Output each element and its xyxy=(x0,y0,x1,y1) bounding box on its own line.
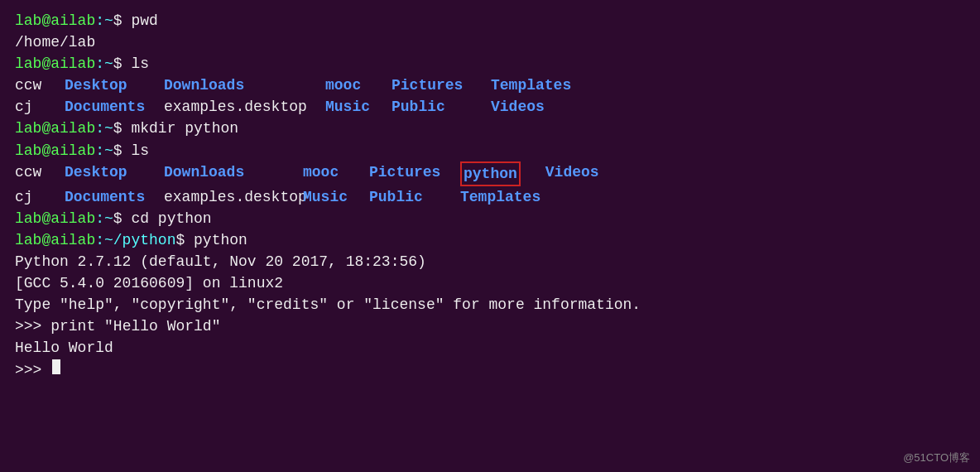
prompt-user: lab@ailab xyxy=(15,229,95,251)
ls-item: Downloads xyxy=(164,161,303,186)
prompt-dir: :~ xyxy=(95,10,113,31)
output-text: /home/lab xyxy=(15,31,95,53)
prompt-dir: :~/python xyxy=(95,229,175,251)
repl-prompt-cursor: >>> xyxy=(15,359,965,381)
prompt-dir: :~ xyxy=(95,140,113,161)
prompt-symbol: $ xyxy=(113,53,132,75)
prompt-symbol: $ xyxy=(113,140,132,161)
command-text: ls xyxy=(131,53,149,75)
output-text: [GCC 5.4.0 20160609] on linux2 xyxy=(15,272,283,294)
prompt-dir: :~ xyxy=(95,53,113,75)
ls-item: Videos xyxy=(491,96,598,118)
terminal-window[interactable]: lab@ailab:~$ pwd /home/lab lab@ailab:~$ … xyxy=(0,0,980,472)
ls-item: cj xyxy=(15,96,65,118)
ls-item: Documents xyxy=(65,186,164,208)
ls-item: mooc xyxy=(325,75,392,96)
command-text: python xyxy=(194,229,247,251)
spacer xyxy=(521,161,545,186)
python-version: Python 2.7.12 (default, Nov 20 2017, 18:… xyxy=(15,251,965,272)
ls-item: Documents xyxy=(65,96,164,118)
repl-output: Hello World xyxy=(15,337,965,359)
prompt-dir: :~ xyxy=(95,208,113,229)
python-help-msg: Type "help", "copyright", "credits" or "… xyxy=(15,294,965,315)
repl-cmd: print "Hello World" xyxy=(50,315,220,337)
ls-item: ccw xyxy=(15,161,65,186)
ls-item: Videos xyxy=(545,161,599,186)
ls-item: mooc xyxy=(303,161,369,186)
ls-item: Desktop xyxy=(65,75,164,96)
ls-item: Templates xyxy=(460,186,540,208)
terminal-line: lab@ailab:~/python$ python xyxy=(15,229,965,251)
prompt-dir: :~ xyxy=(95,118,113,139)
prompt-user: lab@ailab xyxy=(15,10,95,31)
ls-item: Music xyxy=(325,96,392,118)
ls-item: cj xyxy=(15,186,65,208)
ls2-output-row2: cj Documents examples.desktop Music Publ… xyxy=(15,186,965,208)
ls-item: examples.desktop xyxy=(164,96,325,118)
prompt-symbol: $ xyxy=(175,229,194,251)
python-gcc: [GCC 5.4.0 20160609] on linux2 xyxy=(15,272,965,294)
prompt-symbol: $ xyxy=(113,118,132,139)
terminal-output: /home/lab xyxy=(15,31,965,53)
terminal-line: lab@ailab:~$ ls xyxy=(15,53,965,75)
ls-item-python: python xyxy=(460,161,521,186)
repl-input: >>> print "Hello World" xyxy=(15,315,965,337)
ls-output-row2: cj Documents examples.desktop Music Publ… xyxy=(15,96,965,118)
prompt-symbol: $ xyxy=(113,208,132,229)
terminal-line: lab@ailab:~$ pwd xyxy=(15,10,965,31)
ls2-output-row1: ccw Desktop Downloads mooc Pictures pyth… xyxy=(15,161,965,186)
command-text: ls xyxy=(131,140,149,161)
ls-item: ccw xyxy=(15,75,65,96)
prompt-user: lab@ailab xyxy=(15,118,95,139)
ls-item: Pictures xyxy=(369,161,460,186)
command-text: cd python xyxy=(131,208,211,229)
terminal-line: lab@ailab:~$ ls xyxy=(15,140,965,161)
prompt-user: lab@ailab xyxy=(15,208,95,229)
repl-prompt: >>> xyxy=(15,359,50,381)
prompt-user: lab@ailab xyxy=(15,140,95,161)
ls-output-row1: ccw Desktop Downloads mooc Pictures Temp… xyxy=(15,75,965,96)
prompt-user: lab@ailab xyxy=(15,53,95,75)
ls-item: Public xyxy=(369,186,460,208)
output-text: Python 2.7.12 (default, Nov 20 2017, 18:… xyxy=(15,251,426,272)
terminal-line: lab@ailab:~$ mkdir python xyxy=(15,118,965,139)
ls-item: Templates xyxy=(491,75,598,96)
watermark: @51CTO博客 xyxy=(903,450,970,465)
ls-item: Downloads xyxy=(164,75,325,96)
ls-item: Pictures xyxy=(392,75,491,96)
command-text: pwd xyxy=(131,10,157,31)
output-text: Type "help", "copyright", "credits" or "… xyxy=(15,294,641,315)
terminal-line: lab@ailab:~$ cd python xyxy=(15,208,965,229)
output-text: Hello World xyxy=(15,337,113,359)
ls-item: Desktop xyxy=(65,161,164,186)
ls-item: examples.desktop xyxy=(164,186,303,208)
ls-item: Public xyxy=(392,96,491,118)
command-text: mkdir python xyxy=(131,118,238,139)
repl-prompt: >>> xyxy=(15,315,50,337)
ls-item: Music xyxy=(303,186,369,208)
prompt-symbol: $ xyxy=(113,10,132,31)
cursor xyxy=(52,359,60,374)
